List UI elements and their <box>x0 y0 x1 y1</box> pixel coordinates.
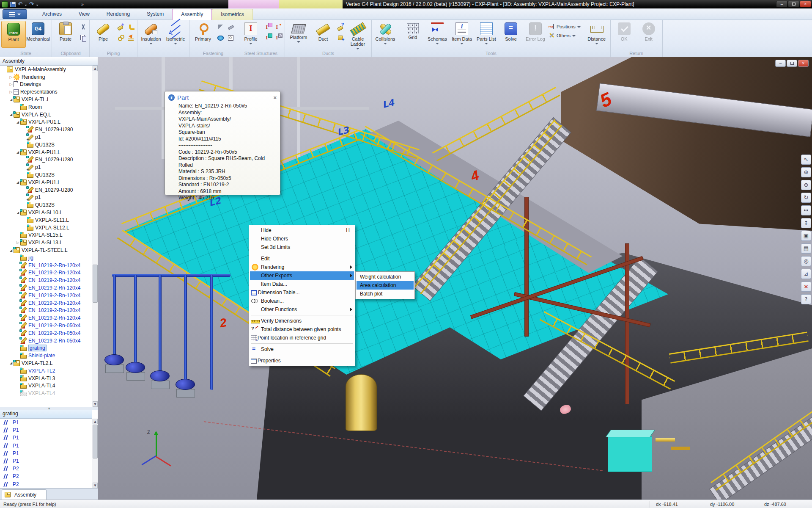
tree-item-qu132s[interactable]: QU132S <box>0 201 92 209</box>
submenu-item-weight-calculation[interactable]: Weight calculation <box>357 273 414 281</box>
menu-item-hide[interactable]: HideH <box>250 226 354 235</box>
zoom-out-button[interactable]: ⊖ <box>801 180 811 190</box>
menu-item-point-location-in-reference-grid[interactable]: Point location in reference grid <box>250 334 354 342</box>
positions-button[interactable]: Positions <box>549 23 581 30</box>
beam-flat-button[interactable] <box>274 33 283 41</box>
cut-button[interactable] <box>79 22 87 31</box>
tree-item-vxpla-mainassembly[interactable]: VXPLA-MainAssembly <box>0 66 92 73</box>
tree-item-en-10219-2-rn-120x4[interactable]: EN_10219-2-Rn-120x4 <box>0 262 92 269</box>
tree-item-en-10279-u280[interactable]: EN_10279-U280 <box>0 156 92 164</box>
tree-item-p1[interactable]: p1 <box>0 194 92 202</box>
target-button[interactable]: ◎ <box>801 256 811 266</box>
sketch-item-p1[interactable]: P1 <box>0 434 92 442</box>
tree-item-room[interactable]: Room <box>0 103 92 111</box>
tree-item-vxpla-tl-l[interactable]: ◢VXPLA-TL.L <box>0 96 92 103</box>
quick-access-overflow-icon[interactable]: » <box>81 2 84 7</box>
sketch-item-p2[interactable]: P2 <box>0 480 92 488</box>
tree-item-p1[interactable]: p1 <box>0 163 92 171</box>
exit-button[interactable]: Exit <box>636 21 661 48</box>
mask-button[interactable] <box>216 33 225 41</box>
tree-item-en-10219-2-rn-050x4[interactable]: EN_10219-2-Rn-050x4 <box>0 322 92 329</box>
undo-dropdown-icon[interactable] <box>25 5 27 6</box>
beam-copy-button[interactable] <box>264 22 272 31</box>
collisions-button[interactable]: Collisions <box>373 21 398 48</box>
tree-item-vxpla-tl-steel-l[interactable]: ◢VXPLA-TL-STEEL.L <box>0 246 92 254</box>
select-arrow-button[interactable]: ↖ <box>801 155 811 165</box>
scroll-down-icon[interactable]: ▼ <box>93 401 98 407</box>
tree-item-vxpla-sl15-l[interactable]: VXPLA-SL15.L <box>0 232 92 239</box>
menu-item-total-distance-between-given-points[interactable]: Total distance between given points <box>250 325 354 334</box>
tree-item-vxpla-tl3[interactable]: VXPLA-TL3 <box>0 375 92 382</box>
scroll-down-icon[interactable]: ▼ <box>93 483 98 488</box>
viewport-minimize-button[interactable]: – <box>775 60 786 67</box>
tab-archives[interactable]: Archives <box>34 8 70 20</box>
beam-dot-button[interactable] <box>274 22 283 31</box>
tree-item-jig[interactable]: jig <box>0 254 92 262</box>
tab-system[interactable]: System <box>138 8 172 20</box>
flange-button[interactable] <box>116 33 125 41</box>
tree-item-shield-plate[interactable]: Shield-plate <box>0 352 92 359</box>
tab-assembly[interactable]: Assembly <box>172 9 212 20</box>
zoom-in-button[interactable]: ⊕ <box>801 167 811 177</box>
tree-item-vxpla-tl2[interactable]: VXPLA-TL2 <box>0 367 92 375</box>
panel-tab-assembly[interactable]: Assembly <box>2 489 47 500</box>
scroll-up-icon[interactable]: ▲ <box>93 419 98 424</box>
menu-item-edit[interactable]: Edit <box>250 254 354 263</box>
menu-item-other-functions[interactable]: Other Functions <box>250 305 354 314</box>
scroll-up-icon[interactable]: ▲ <box>93 66 98 71</box>
tree-item-drawings[interactable]: ▷Drawings <box>0 81 92 88</box>
measure-button[interactable]: ⊿ <box>801 269 811 279</box>
tree-item-en-10219-2-rn-120x4[interactable]: EN_10219-2-Rn-120x4 <box>0 292 92 299</box>
bottom-list-header[interactable]: grating <box>0 410 92 419</box>
tree-item-qu132s[interactable]: QU132S <box>0 171 92 179</box>
sketch-item-p1[interactable]: P1 <box>0 442 92 450</box>
wrench-button[interactable] <box>226 22 235 31</box>
menu-item-other-exports[interactable]: Other Exports <box>250 271 354 280</box>
tree-item-vxpla-sl10-l[interactable]: ◢VXPLA-SL10.L <box>0 209 92 216</box>
collapsed-arrow-icon[interactable]: ▷ <box>8 90 14 94</box>
tree-item-vxpla-sl12-l[interactable]: VXPLA-SL12.L <box>0 224 92 232</box>
tree-item-rendering[interactable]: ▷Rendering <box>0 73 92 81</box>
insulation-button[interactable]: Insulation <box>139 21 163 48</box>
menu-item-rendering[interactable]: Rendering <box>250 263 354 271</box>
error-log-button[interactable]: Error Log <box>523 21 548 48</box>
collapsed-arrow-icon[interactable]: ▷ <box>8 75 14 79</box>
save-icon[interactable] <box>10 2 16 7</box>
tree-item-en-10219-2-rn-120x4[interactable]: EN_10219-2-Rn-120x4 <box>0 314 92 322</box>
tree-item-en-10219-2-rn-120x4[interactable]: EN_10219-2-Rn-120x4 <box>0 299 92 307</box>
ok-button[interactable]: OK <box>612 21 636 48</box>
tree-item-en-10279-u280[interactable]: EN_10279-U280 <box>0 186 92 194</box>
viewport-restore-button[interactable] <box>787 60 797 67</box>
tree-item-vxpla-tl4[interactable]: VXPLA-TL4 <box>0 389 92 397</box>
minimize-button[interactable]: – <box>776 1 787 7</box>
mechanical-button[interactable]: Mechanical <box>26 21 50 48</box>
frame-button[interactable] <box>226 33 235 41</box>
tree-item-vxpla-pu1-l[interactable]: ◢VXPLA-PU1.L <box>0 149 92 156</box>
tab-rendering[interactable]: Rendering <box>98 8 138 20</box>
submenu-item-batch-plot[interactable]: Batch plot <box>357 290 414 298</box>
pan-horizontal-button[interactable]: ↔ <box>801 205 811 215</box>
fit-view-button[interactable]: ▣ <box>801 231 811 241</box>
tree-item-qu132s[interactable]: QU132S <box>0 141 92 149</box>
bend-button[interactable] <box>126 22 135 31</box>
tree-item-en-10219-2-rn-120x4[interactable]: EN_10219-2-Rn-120x4 <box>0 276 92 284</box>
tree-item-en-10219-2-rn-120x4[interactable]: EN_10219-2-Rn-120x4 <box>0 269 92 277</box>
tree-item-representations[interactable]: ▷Representations <box>0 88 92 96</box>
tab-isometrics[interactable]: Isometrics <box>212 9 253 20</box>
beam-teal-button[interactable] <box>264 33 272 41</box>
rotate-view-button[interactable]: ↻ <box>801 193 811 203</box>
redo-icon[interactable]: ↷ <box>29 1 34 7</box>
grid-button[interactable]: Grid <box>401 21 425 48</box>
tree-item-en-10219-2-rn-050x4[interactable]: EN_10219-2-Rn-050x4 <box>0 329 92 337</box>
menu-item-verify-dimensions[interactable]: Verify Dimensions <box>250 317 354 325</box>
layers-button[interactable]: ▤ <box>801 243 811 254</box>
sketch-item-p1[interactable]: P1 <box>0 419 92 426</box>
schemas-button[interactable]: Schemas <box>425 21 450 48</box>
copy-button[interactable] <box>79 33 87 41</box>
submenu-item-area-calculation[interactable]: Area calculation <box>357 281 414 290</box>
tree-item-vxpla-tl2-l[interactable]: ◢VXPLA-TL2.L <box>0 359 92 367</box>
duct-button[interactable]: Duct <box>311 21 335 48</box>
duct-add-button[interactable] <box>336 33 345 41</box>
pipe-add-button[interactable] <box>116 22 125 31</box>
menu-item-solve[interactable]: Solve <box>250 345 354 353</box>
